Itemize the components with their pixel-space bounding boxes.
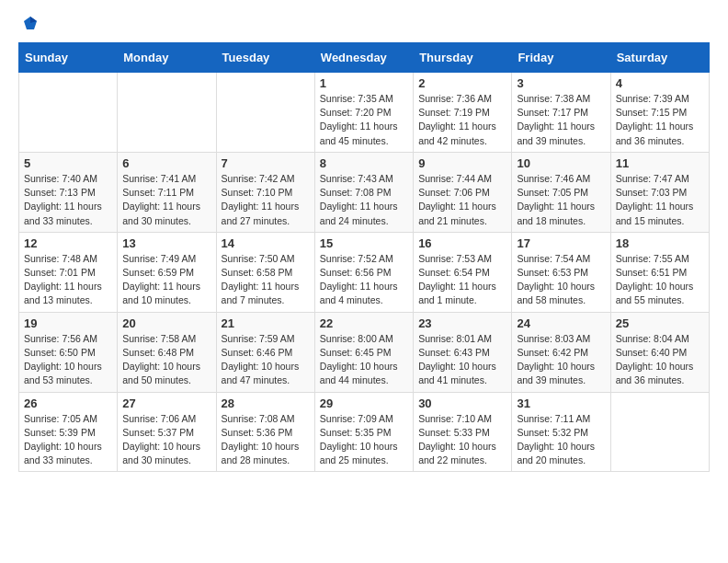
calendar-cell: 21Sunrise: 7:59 AM Sunset: 6:46 PM Dayli… — [216, 312, 314, 392]
day-info: Sunrise: 7:40 AM Sunset: 7:13 PM Dayligh… — [24, 172, 112, 228]
day-number: 8 — [320, 156, 408, 170]
calendar-row-4: 26Sunrise: 7:05 AM Sunset: 5:39 PM Dayli… — [19, 392, 710, 472]
day-info: Sunrise: 7:47 AM Sunset: 7:03 PM Dayligh… — [616, 172, 704, 228]
day-number: 22 — [320, 316, 408, 330]
day-number: 16 — [418, 236, 506, 250]
calendar-cell: 2Sunrise: 7:36 AM Sunset: 7:19 PM Daylig… — [414, 73, 512, 153]
calendar-cell: 23Sunrise: 8:01 AM Sunset: 6:43 PM Dayli… — [414, 312, 512, 392]
weekday-header-tuesday: Tuesday — [216, 43, 314, 73]
weekday-header-row: SundayMondayTuesdayWednesdayThursdayFrid… — [19, 43, 710, 73]
day-info: Sunrise: 7:46 AM Sunset: 7:05 PM Dayligh… — [517, 172, 605, 228]
day-info: Sunrise: 7:56 AM Sunset: 6:50 PM Dayligh… — [24, 332, 112, 388]
calendar-cell: 7Sunrise: 7:42 AM Sunset: 7:10 PM Daylig… — [216, 152, 314, 232]
day-number: 11 — [616, 156, 704, 170]
day-info: Sunrise: 8:01 AM Sunset: 6:43 PM Dayligh… — [418, 332, 506, 388]
calendar-cell: 10Sunrise: 7:46 AM Sunset: 7:05 PM Dayli… — [512, 152, 610, 232]
day-number: 28 — [222, 396, 310, 410]
calendar-row-0: 1Sunrise: 7:35 AM Sunset: 7:20 PM Daylig… — [19, 73, 710, 153]
calendar-cell: 1Sunrise: 7:35 AM Sunset: 7:20 PM Daylig… — [314, 73, 413, 153]
day-number: 19 — [24, 316, 112, 330]
calendar-cell: 27Sunrise: 7:06 AM Sunset: 5:37 PM Dayli… — [118, 392, 216, 472]
day-number: 5 — [24, 156, 112, 170]
calendar-cell — [19, 73, 118, 153]
day-info: Sunrise: 7:11 AM Sunset: 5:32 PM Dayligh… — [517, 412, 605, 468]
day-info: Sunrise: 7:41 AM Sunset: 7:11 PM Dayligh… — [122, 172, 210, 228]
day-info: Sunrise: 7:58 AM Sunset: 6:48 PM Dayligh… — [122, 332, 210, 388]
calendar-cell: 26Sunrise: 7:05 AM Sunset: 5:39 PM Dayli… — [19, 392, 118, 472]
day-info: Sunrise: 7:38 AM Sunset: 7:17 PM Dayligh… — [517, 92, 605, 148]
day-number: 6 — [122, 156, 210, 170]
calendar-cell: 4Sunrise: 7:39 AM Sunset: 7:15 PM Daylig… — [610, 73, 709, 153]
calendar-cell: 9Sunrise: 7:44 AM Sunset: 7:06 PM Daylig… — [414, 152, 512, 232]
day-info: Sunrise: 7:44 AM Sunset: 7:06 PM Dayligh… — [418, 172, 506, 228]
day-number: 21 — [222, 316, 310, 330]
day-number: 13 — [122, 236, 210, 250]
day-info: Sunrise: 7:49 AM Sunset: 6:59 PM Dayligh… — [122, 252, 210, 308]
day-info: Sunrise: 7:06 AM Sunset: 5:37 PM Dayligh… — [122, 412, 210, 468]
day-info: Sunrise: 8:04 AM Sunset: 6:40 PM Dayligh… — [616, 332, 704, 388]
day-number: 25 — [616, 316, 704, 330]
day-info: Sunrise: 7:52 AM Sunset: 6:56 PM Dayligh… — [320, 252, 408, 308]
day-number: 26 — [24, 396, 112, 410]
calendar-cell: 12Sunrise: 7:48 AM Sunset: 7:01 PM Dayli… — [19, 232, 118, 312]
day-info: Sunrise: 7:05 AM Sunset: 5:39 PM Dayligh… — [24, 412, 112, 468]
calendar-cell: 15Sunrise: 7:52 AM Sunset: 6:56 PM Dayli… — [314, 232, 413, 312]
day-number: 18 — [616, 236, 704, 250]
calendar-cell — [216, 73, 314, 153]
calendar-row-2: 12Sunrise: 7:48 AM Sunset: 7:01 PM Dayli… — [19, 232, 710, 312]
day-info: Sunrise: 7:53 AM Sunset: 6:54 PM Dayligh… — [418, 252, 506, 308]
day-number: 23 — [418, 316, 506, 330]
day-info: Sunrise: 7:43 AM Sunset: 7:08 PM Dayligh… — [320, 172, 408, 228]
calendar-cell: 17Sunrise: 7:54 AM Sunset: 6:53 PM Dayli… — [512, 232, 610, 312]
day-number: 2 — [418, 76, 506, 90]
day-number: 27 — [122, 396, 210, 410]
weekday-header-friday: Friday — [512, 43, 610, 73]
day-number: 9 — [418, 156, 506, 170]
calendar-cell: 30Sunrise: 7:10 AM Sunset: 5:33 PM Dayli… — [414, 392, 512, 472]
day-number: 17 — [517, 236, 605, 250]
calendar-cell: 25Sunrise: 8:04 AM Sunset: 6:40 PM Dayli… — [610, 312, 709, 392]
day-number: 30 — [418, 396, 506, 410]
calendar-cell — [610, 392, 709, 472]
day-info: Sunrise: 7:10 AM Sunset: 5:33 PM Dayligh… — [418, 412, 506, 468]
day-number: 10 — [517, 156, 605, 170]
page: SundayMondayTuesdayWednesdayThursdayFrid… — [0, 0, 728, 490]
calendar-cell — [118, 73, 216, 153]
calendar-cell: 5Sunrise: 7:40 AM Sunset: 7:13 PM Daylig… — [19, 152, 118, 232]
weekday-header-thursday: Thursday — [414, 43, 512, 73]
day-info: Sunrise: 7:48 AM Sunset: 7:01 PM Dayligh… — [24, 252, 112, 308]
day-info: Sunrise: 7:55 AM Sunset: 6:51 PM Dayligh… — [616, 252, 704, 308]
logo-flag-icon — [22, 15, 39, 31]
day-info: Sunrise: 7:54 AM Sunset: 6:53 PM Dayligh… — [517, 252, 605, 308]
calendar-cell: 19Sunrise: 7:56 AM Sunset: 6:50 PM Dayli… — [19, 312, 118, 392]
weekday-header-saturday: Saturday — [610, 43, 709, 73]
calendar-cell: 31Sunrise: 7:11 AM Sunset: 5:32 PM Dayli… — [512, 392, 610, 472]
day-number: 14 — [222, 236, 310, 250]
day-number: 20 — [122, 316, 210, 330]
calendar-cell: 20Sunrise: 7:58 AM Sunset: 6:48 PM Dayli… — [118, 312, 216, 392]
header — [18, 15, 710, 31]
calendar-cell: 24Sunrise: 8:03 AM Sunset: 6:42 PM Dayli… — [512, 312, 610, 392]
calendar: SundayMondayTuesdayWednesdayThursdayFrid… — [18, 42, 710, 472]
day-info: Sunrise: 7:09 AM Sunset: 5:35 PM Dayligh… — [320, 412, 408, 468]
weekday-header-sunday: Sunday — [19, 43, 118, 73]
day-info: Sunrise: 7:39 AM Sunset: 7:15 PM Dayligh… — [616, 92, 704, 148]
day-info: Sunrise: 7:50 AM Sunset: 6:58 PM Dayligh… — [222, 252, 310, 308]
calendar-cell: 28Sunrise: 7:08 AM Sunset: 5:36 PM Dayli… — [216, 392, 314, 472]
calendar-cell: 22Sunrise: 8:00 AM Sunset: 6:45 PM Dayli… — [314, 312, 413, 392]
day-number: 15 — [320, 236, 408, 250]
calendar-cell: 16Sunrise: 7:53 AM Sunset: 6:54 PM Dayli… — [414, 232, 512, 312]
day-info: Sunrise: 7:08 AM Sunset: 5:36 PM Dayligh… — [222, 412, 310, 468]
day-info: Sunrise: 8:00 AM Sunset: 6:45 PM Dayligh… — [320, 332, 408, 388]
day-info: Sunrise: 7:42 AM Sunset: 7:10 PM Dayligh… — [222, 172, 310, 228]
day-number: 31 — [517, 396, 605, 410]
calendar-cell: 18Sunrise: 7:55 AM Sunset: 6:51 PM Dayli… — [610, 232, 709, 312]
day-info: Sunrise: 7:35 AM Sunset: 7:20 PM Dayligh… — [320, 92, 408, 148]
day-number: 24 — [517, 316, 605, 330]
logo — [18, 15, 40, 31]
day-number: 1 — [320, 76, 408, 90]
day-number: 4 — [616, 76, 704, 90]
day-info: Sunrise: 7:36 AM Sunset: 7:19 PM Dayligh… — [418, 92, 506, 148]
calendar-row-1: 5Sunrise: 7:40 AM Sunset: 7:13 PM Daylig… — [19, 152, 710, 232]
calendar-cell: 13Sunrise: 7:49 AM Sunset: 6:59 PM Dayli… — [118, 232, 216, 312]
